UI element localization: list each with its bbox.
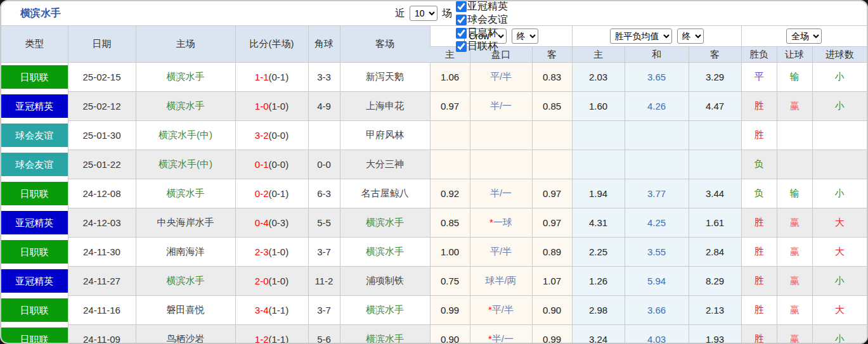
final-score: 3-4 (255, 305, 269, 315)
match-row: 亚冠精英24-11-27横滨水手2-0(1-0)11-2浦项制铁0.75球半/两… (1, 267, 867, 296)
date-cell: 25-01-22 (68, 150, 136, 179)
away-team-cell: 新泻天鹅 (340, 63, 430, 92)
handicap-result-cell: 赢 (777, 296, 812, 325)
handicap-result-cell: 输 (777, 63, 812, 92)
home-team-cell: 磐田喜悦 (136, 296, 235, 325)
crown-away-odds-cell: 1.07 (532, 267, 572, 296)
home-team-cell: 湘南海洋 (136, 238, 235, 267)
avg-draw-cell: 4.03 (625, 325, 689, 344)
avg-away-cell: 2.84 (689, 238, 741, 267)
away-team-cell: 横滨水手 (340, 325, 430, 344)
goals-result-cell (812, 150, 867, 179)
col-header-corner: 角球 (308, 26, 340, 63)
crown-home-odds-cell: 0.85 (430, 208, 470, 238)
avg-draw-cell (625, 150, 689, 179)
filter-controls: 近 10 场 同客日职联亚冠精英球会友谊日皇杯日联杯 (360, 0, 508, 53)
handicap-cell: *一球 (470, 208, 532, 238)
league-filter[interactable]: 日皇杯 (454, 27, 508, 40)
crown-home-odds-cell: 0.92 (430, 179, 470, 208)
match-row: 日职联24-11-16磐田喜悦3-4(1-1)3-7横滨水手0.99*平/半0.… (1, 296, 867, 325)
handicap-star: * (489, 217, 493, 227)
match-rows: 日职联25-02-15横滨水手1-1(0-1)3-3新泻天鹅1.06平/半0.8… (1, 63, 867, 344)
corner-cell: 5-6 (308, 325, 340, 344)
date-cell: 24-12-08 (68, 179, 136, 208)
avg-draw-cell: 5.94 (625, 267, 689, 296)
handicap-cell: 平/半 (470, 63, 532, 92)
scope-group-header: 全场 (741, 26, 867, 47)
league-type-cell: 日职联 (1, 325, 68, 344)
score-cell: 1-0(1-0) (235, 92, 308, 121)
avg-draw-cell: 3.55 (625, 238, 689, 267)
avg-home-cell: 1.94 (572, 179, 625, 208)
sub-header-avg-away: 客 (689, 47, 741, 63)
avg-home-cell: 2.25 (572, 238, 625, 267)
league-type-cell: 日职联 (1, 238, 68, 267)
league-type-cell: 亚冠精英 (1, 92, 68, 121)
half-score: (1-0) (269, 246, 289, 257)
league-type-cell: 日职联 (1, 296, 68, 325)
scope-select[interactable]: 全场 (786, 29, 822, 44)
crown-home-odds-cell: 0.97 (430, 92, 470, 121)
date-cell: 24-12-03 (68, 208, 136, 238)
away-team-cell: 横滨水手 (340, 238, 430, 267)
score-cell: 0-2(0-1) (235, 179, 308, 208)
corner-cell (308, 121, 340, 150)
avg-away-cell: 4.47 (689, 92, 741, 121)
crown-away-odds-cell (532, 150, 572, 179)
avg-away-cell (689, 121, 741, 150)
recent-count-select[interactable]: 10 (410, 6, 437, 21)
league-filter[interactable]: 日联杯 (454, 40, 508, 53)
away-team-cell: 上海申花 (340, 92, 430, 121)
match-row: 球会友谊25-01-22横滨水手(中)0-1(0-0)0-0大分三神负 (1, 150, 867, 179)
league-filter-checkbox[interactable] (456, 41, 467, 52)
half-score: (0-1) (269, 188, 289, 199)
handicap-cell (470, 150, 532, 179)
crown-away-odds-cell: 0.90 (532, 296, 572, 325)
avg-home-cell: 1.60 (572, 92, 625, 121)
half-score: (1-1) (269, 305, 289, 315)
away-team-cell: 名古屋鲸八 (340, 179, 430, 208)
away-team-cell: 横滨水手 (340, 296, 430, 325)
avg-draw-cell (625, 121, 689, 150)
league-filter[interactable]: 亚冠精英 (454, 0, 508, 13)
score-cell: 1-1(0-1) (235, 63, 308, 92)
crown-home-odds-cell: 0.75 (430, 267, 470, 296)
league-filter-checkbox[interactable] (456, 1, 467, 12)
sub-header-avg-draw: 和 (625, 47, 689, 63)
avg-draw-cell: 4.25 (625, 208, 689, 238)
handicap-cell: 半/一 (470, 92, 532, 121)
league-filter-checkbox[interactable] (456, 15, 467, 25)
result-cell: 平 (741, 63, 777, 92)
odds-final-select-1[interactable]: 终 (512, 29, 538, 44)
avg-draw-cell: 3.77 (625, 179, 689, 208)
odds-final-select-2[interactable]: 终 (677, 29, 704, 44)
handicap-result-cell: 赢 (777, 238, 812, 267)
avg-group-header: 胜平负均值终 (572, 26, 741, 47)
score-cell: 3-4(1-1) (235, 296, 308, 325)
matches-label: 场 (442, 7, 452, 20)
league-type-badge: 日职联 (1, 182, 68, 205)
league-filter-group: 同客日职联亚冠精英球会友谊日皇杯日联杯 (454, 0, 508, 53)
final-score: 1-1 (255, 72, 269, 82)
handicap-star: * (488, 333, 492, 344)
handicap-result-cell: 赢 (777, 267, 812, 296)
team-title: 横滨水手 (20, 7, 61, 20)
result-cell: 胜 (741, 92, 777, 121)
avg-away-cell (689, 150, 741, 179)
avg-away-cell: 8.29 (689, 267, 741, 296)
col-header-score: 比分(半场) (235, 26, 308, 63)
result-cell: 胜 (741, 267, 777, 296)
league-type-cell: 球会友谊 (1, 150, 68, 179)
league-filter-checkbox[interactable] (456, 28, 467, 39)
col-header-type: 类型 (1, 26, 68, 63)
avg-type-select[interactable]: 胜平负均值 (610, 29, 672, 44)
crown-away-odds-cell: 0.85 (532, 92, 572, 121)
away-team-cell: 横滨水手 (340, 208, 430, 238)
league-filter[interactable]: 球会友谊 (454, 13, 508, 27)
sub-header-goals: 进球数 (812, 47, 867, 63)
handicap-cell: *平/半 (470, 296, 532, 325)
topbar: 横滨水手 近 10 场 同客日职联亚冠精英球会友谊日皇杯日联杯 (1, 1, 867, 25)
sub-header-handicap-result: 让球 (777, 47, 812, 63)
league-type-badge: 日职联 (1, 65, 68, 89)
home-team-cell: 横滨水手 (136, 267, 235, 296)
